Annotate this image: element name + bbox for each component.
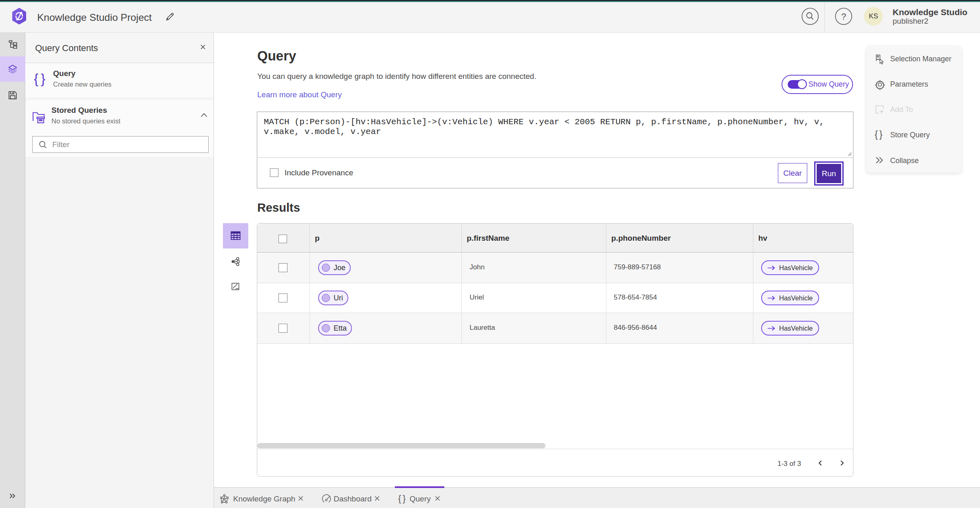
svg-text:?: ? [841, 11, 846, 22]
